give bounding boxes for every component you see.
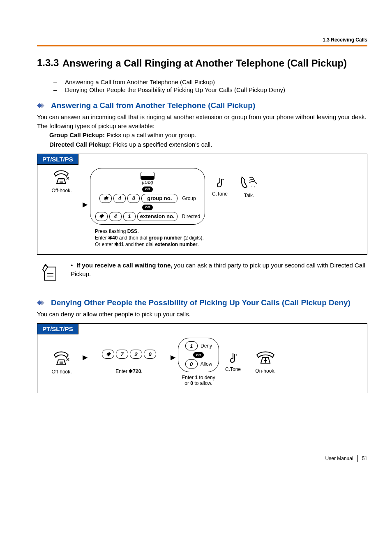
onhook-icon [254, 350, 277, 366]
offhook-icon [52, 168, 71, 185]
caption-line: Or enter ✱41 and then dial extension num… [95, 241, 204, 248]
paragraph: Group Call Pickup: Picks up a call withi… [49, 131, 367, 139]
svg-point-0 [223, 179, 224, 180]
procedure-diagram-deny: PT/SLT/PS Off-hook. ▶ ✱ 7 [37, 323, 367, 393]
key-4: 4 [109, 212, 122, 221]
svg-point-4 [236, 355, 237, 356]
page-footer: User Manual 51 [37, 455, 367, 462]
page-number: 51 [362, 456, 367, 461]
note-block: •If you receive a call waiting tone, you… [39, 261, 367, 286]
key-1: 1 [185, 341, 198, 350]
or-badge: OR [142, 187, 153, 192]
section-number: 1.3.3 [37, 57, 62, 69]
key-0: 0 [185, 359, 198, 368]
toc-item: Answering a Call from Another Telephone … [65, 78, 215, 85]
footer-label: User Manual [325, 456, 353, 461]
step-label: Off-hook. [51, 188, 71, 193]
step-label: Off-hook. [51, 369, 71, 375]
arrow-icon: ▶ [83, 200, 88, 208]
dss-key-icon [141, 172, 154, 180]
paragraph: Directed Call Pickup: Picks up a specifi… [49, 140, 367, 149]
section-toc: –Answering a Call from Another Telephone… [53, 78, 367, 93]
key-2: 2 [130, 350, 142, 359]
svg-point-3 [45, 264, 46, 266]
ctone-icon [214, 176, 226, 189]
step-label: C.Tone [225, 366, 241, 372]
subsection-title: Answering a Call from Another Telephone … [51, 101, 255, 111]
step-label: Enter 1 to deny or 0 to allow. [182, 375, 215, 386]
key-group-no: group no. [141, 194, 178, 203]
key-star: ✱ [95, 212, 108, 221]
row-label: Group [182, 196, 196, 201]
step-label: Enter ✱720. [115, 368, 142, 374]
procedure-diagram-pickup: PT/SLT/PS Off-hook. ▶ [37, 154, 367, 255]
key-star: ✱ [102, 350, 114, 359]
offhook-icon [52, 349, 71, 366]
diamond-bullets-icon [37, 102, 48, 109]
or-badge: OR [142, 205, 153, 210]
arrow-icon: ▶ [171, 353, 175, 361]
key-extension-no: extension no. [137, 212, 178, 221]
key-star: ✱ [99, 194, 112, 203]
svg-point-2 [254, 187, 255, 187]
toc-item: Denying Other People the Possibility of … [65, 86, 285, 93]
key-7: 7 [116, 350, 128, 359]
header-rule [37, 45, 367, 46]
paragraph: You can answer an incoming call that is … [37, 113, 367, 121]
caption-line: Press flashing DSS. [95, 228, 204, 235]
running-header: 1.3 Receiving Calls [37, 37, 367, 43]
key-4: 4 [113, 194, 126, 203]
dss-label: (DSS) [142, 180, 153, 185]
arrow-icon: ▶ [83, 353, 88, 361]
subsection-heading-pickup: Answering a Call from Another Telephone … [37, 101, 367, 111]
subsection-heading-deny: Denying Other People the Possibility of … [37, 298, 367, 308]
diagram-tab: PT/SLT/PS [37, 323, 78, 334]
row-label: Deny [201, 343, 212, 349]
step-label: C.Tone [212, 191, 228, 197]
step-label: Talk. [244, 193, 254, 198]
svg-point-1 [251, 186, 252, 187]
key-0: 0 [144, 350, 156, 359]
ctone-icon [227, 352, 239, 364]
section-title: Answering a Call Ringing at Another Tele… [62, 57, 367, 69]
note-icon [39, 261, 61, 286]
row-label: Directed [182, 214, 201, 219]
diagram-tab: PT/SLT/PS [37, 154, 78, 165]
key-0: 0 [127, 194, 140, 203]
diamond-bullets-icon [37, 299, 48, 306]
paragraph: The following types of pickup are availa… [37, 122, 367, 130]
or-badge: OR [193, 352, 204, 358]
caption-line: Enter ✱40 and then dial group number (2 … [95, 235, 204, 241]
option-group: 1Deny OR 0Allow [178, 338, 219, 372]
section-heading: 1.3.3 Answering a Call Ringing at Anothe… [37, 57, 367, 69]
step-label: On-hook. [255, 368, 275, 374]
subsection-title: Denying Other People the Possibility of … [51, 298, 350, 308]
option-group: (DSS) OR ✱ 4 0 group no. Group OR ✱ 4 1 [90, 168, 205, 225]
talk-icon [240, 174, 258, 190]
key-1: 1 [123, 212, 136, 221]
paragraph: You can deny or allow other people to pi… [37, 310, 367, 318]
row-label: Allow [201, 361, 212, 367]
